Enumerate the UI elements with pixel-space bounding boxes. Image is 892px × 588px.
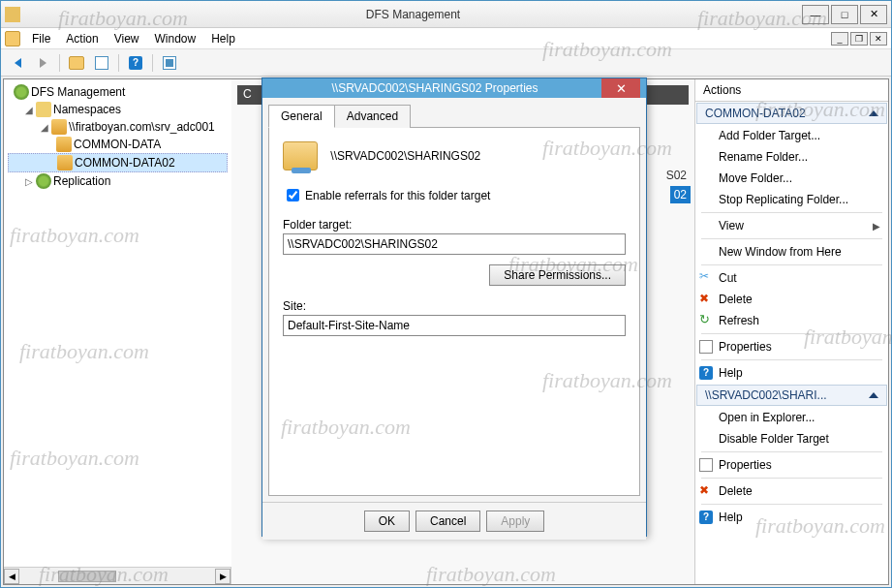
toolbar: ? <box>1 49 891 77</box>
shared-folder-icon <box>56 137 72 152</box>
maximize-button[interactable]: □ <box>831 5 858 24</box>
forward-button[interactable] <box>32 52 53 74</box>
menu-view[interactable]: View <box>107 30 147 47</box>
expand-icon[interactable]: ▷ <box>23 176 34 187</box>
menu-help[interactable]: Help <box>203 30 243 47</box>
properties-dialog: \\SRVADC002\SHARINGS02 Properties ✕ Gene… <box>261 77 647 537</box>
share-permissions-button[interactable]: Share Permissions... <box>489 264 626 286</box>
up-button[interactable] <box>66 52 87 74</box>
menu-file[interactable]: File <box>24 30 58 47</box>
menubar: File Action View Window Help _ ❐ ✕ <box>1 28 891 49</box>
window-title: DFS Management <box>26 8 800 21</box>
collapse-icon[interactable]: ◢ <box>39 122 49 133</box>
delete-icon <box>699 484 713 498</box>
mdi-close-button[interactable]: ✕ <box>870 32 887 46</box>
help-button[interactable]: ? <box>125 52 146 74</box>
arrow-left-icon <box>15 58 21 68</box>
apply-button[interactable]: Apply <box>486 511 544 532</box>
tree-hscroll[interactable]: ◀ ▶ <box>4 567 231 584</box>
ok-button[interactable]: OK <box>364 511 410 532</box>
tree-replication[interactable]: ▷ Replication <box>8 172 228 190</box>
tree-ns-path[interactable]: ◢ \\firatboyan.com\srv_adc001 <box>8 118 228 136</box>
selected-row-text: 02 <box>670 186 691 203</box>
action-delete-2[interactable]: Delete <box>695 480 888 502</box>
replication-icon <box>36 173 51 189</box>
view-details-button[interactable] <box>159 52 180 74</box>
minimize-button[interactable]: — <box>802 5 829 24</box>
collapse-icon[interactable]: ◢ <box>23 105 34 115</box>
row-text: S02 <box>662 167 691 184</box>
action-move-folder[interactable]: Move Folder... <box>695 168 888 189</box>
tree-root[interactable]: DFS Management <box>8 83 228 101</box>
action-add-folder-target[interactable]: Add Folder Target... <box>695 125 888 146</box>
shared-folder-icon <box>51 119 67 135</box>
delete-icon <box>699 293 713 306</box>
tree-item-common-data[interactable]: COMMON-DATA <box>8 136 228 153</box>
actions-section-target[interactable]: \\SRVADC002\SHARI... <box>696 385 887 406</box>
tab-advanced[interactable]: Advanced <box>334 105 411 128</box>
dialog-close-button[interactable]: ✕ <box>601 78 640 98</box>
scroll-left-icon[interactable]: ◀ <box>4 569 19 584</box>
dialog-button-row: OK Cancel Apply <box>262 502 646 540</box>
action-disable-target[interactable]: Disable Folder Target <box>695 428 888 449</box>
action-open-explorer[interactable]: Open in Explorer... <box>695 407 888 428</box>
dialog-body: General Advanced \\SRVADC002\SHARINGS02 … <box>262 98 646 502</box>
chevron-up-icon <box>869 392 878 398</box>
scroll-thumb[interactable] <box>58 571 116 582</box>
enable-referrals-label: Enable referrals for this folder target <box>305 189 490 202</box>
properties-icon <box>699 340 713 354</box>
menu-folder-icon <box>5 31 20 46</box>
action-delete[interactable]: Delete <box>695 289 888 310</box>
dialog-title: \\SRVADC002\SHARINGS02 Properties <box>268 81 601 95</box>
action-stop-replicating[interactable]: Stop Replicating Folder... <box>695 189 888 210</box>
folder-target-label: Folder target: <box>283 218 626 232</box>
tree-namespaces[interactable]: ◢ Namespaces <box>8 101 228 118</box>
help-icon: ? <box>699 366 713 380</box>
action-rename-folder[interactable]: Rename Folder... <box>695 146 888 168</box>
namespace-icon <box>36 102 51 117</box>
folder-up-icon <box>69 56 84 70</box>
help-icon: ? <box>129 56 142 70</box>
properties-icon <box>699 458 713 472</box>
cancel-button[interactable]: Cancel <box>415 511 480 532</box>
tab-general[interactable]: General <box>268 105 335 128</box>
actions-header: Actions <box>695 79 888 102</box>
list-icon <box>95 56 108 70</box>
tree-panel: DFS Management ◢ Namespaces ◢ \\firatboy… <box>4 79 231 567</box>
menu-window[interactable]: Window <box>147 30 204 47</box>
actions-panel: Actions COMMON-DATA02 Add Folder Target.… <box>694 79 888 584</box>
close-button[interactable]: ✕ <box>860 5 887 24</box>
titlebar: DFS Management — □ ✕ <box>1 1 891 28</box>
tab-general-content: \\SRVADC002\SHARINGS02 Enable referrals … <box>268 128 640 496</box>
arrow-right-icon <box>40 58 46 68</box>
help-icon: ? <box>699 511 713 524</box>
action-view[interactable]: View▶ <box>695 215 888 236</box>
folder-target-input[interactable] <box>283 233 626 255</box>
action-new-window[interactable]: New Window from Here <box>695 241 888 263</box>
view-list-button[interactable] <box>91 52 112 74</box>
mdi-restore-button[interactable]: ❐ <box>850 32 868 46</box>
back-button[interactable] <box>7 52 28 74</box>
enable-referrals-checkbox[interactable] <box>287 189 299 201</box>
mdi-minimize-button[interactable]: _ <box>831 32 848 46</box>
action-properties-2[interactable]: Properties <box>695 454 888 476</box>
actions-section-commondata02[interactable]: COMMON-DATA02 <box>696 103 887 124</box>
action-help[interactable]: ?Help <box>695 362 888 384</box>
menu-action[interactable]: Action <box>58 30 106 47</box>
action-help-2[interactable]: ?Help <box>695 507 888 528</box>
dialog-titlebar: \\SRVADC002\SHARINGS02 Properties ✕ <box>262 78 646 98</box>
site-input[interactable] <box>283 315 626 336</box>
chevron-right-icon: ▶ <box>873 221 880 232</box>
scroll-right-icon[interactable]: ▶ <box>215 569 231 584</box>
shared-folder-icon <box>57 155 73 170</box>
shared-folder-large-icon <box>283 141 318 170</box>
action-cut[interactable]: Cut <box>695 267 888 289</box>
dialog-tabs: General Advanced <box>268 104 640 128</box>
action-properties[interactable]: Properties <box>695 336 888 357</box>
app-icon <box>5 7 20 22</box>
target-path-label: \\SRVADC002\SHARINGS02 <box>330 149 480 163</box>
action-refresh[interactable]: Refresh <box>695 310 888 331</box>
chevron-up-icon <box>869 110 878 116</box>
refresh-icon <box>699 314 713 327</box>
tree-item-common-data02[interactable]: COMMON-DATA02 <box>8 153 228 172</box>
